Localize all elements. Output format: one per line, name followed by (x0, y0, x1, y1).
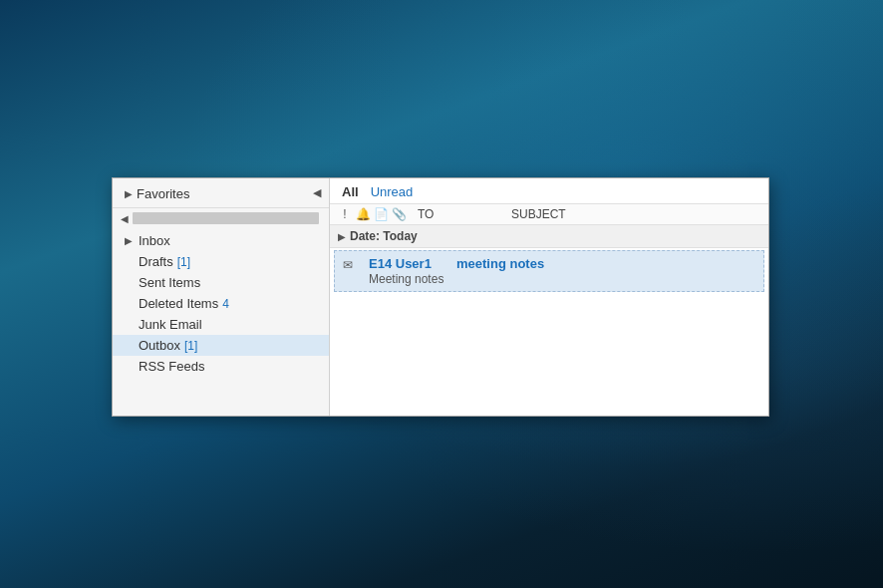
col-subject-header: SUBJECT (503, 207, 760, 221)
favorites-section[interactable]: ▶ Favorites (113, 178, 329, 207)
account-section[interactable]: ◀ (113, 207, 329, 228)
attachment-icon: 📄 (374, 207, 388, 221)
favorites-label: Favorites (137, 186, 189, 201)
date-group-arrow-icon: ▶ (338, 231, 346, 242)
nav-item-label: Inbox (139, 233, 170, 248)
column-headers: ! 🔔 📄 📎 TO SUBJECT (330, 204, 768, 225)
nav-list: ▶InboxDrafts [1]Sent ItemsDeleted Items … (113, 228, 329, 379)
sidebar-item-sent-items[interactable]: Sent Items (113, 272, 329, 293)
tab-all[interactable]: All (340, 184, 361, 199)
account-bar (133, 212, 319, 224)
collapse-button[interactable]: ◀ (309, 184, 325, 200)
sidebar-item-inbox[interactable]: ▶Inbox (113, 230, 329, 251)
favorites-arrow-icon: ▶ (125, 188, 133, 199)
col-to-header: TO (410, 207, 499, 221)
importance-icon: ! (338, 207, 352, 221)
email-preview: Meeting notes (369, 272, 755, 286)
nav-item-label: Outbox (139, 338, 180, 353)
flag-icon: 📎 (392, 207, 406, 221)
sidebar-item-deleted-items[interactable]: Deleted Items 4 (113, 293, 329, 314)
date-group-today[interactable]: ▶ Date: Today (330, 225, 768, 248)
email-subject: meeting notes (456, 256, 544, 271)
reminder-icon: 🔔 (356, 207, 370, 221)
nav-item-badge: [1] (177, 255, 190, 269)
email-list: ✉ E14 User1 meeting notes Meeting notes (330, 248, 768, 294)
sidebar-item-rss-feeds[interactable]: RSS Feeds (113, 356, 329, 377)
sidebar-item-drafts[interactable]: Drafts [1] (113, 251, 329, 272)
sidebar: ◀ ▶ Favorites ◀ ▶InboxDrafts [1]Sent Ite… (113, 178, 330, 416)
tab-bar: All Unread (330, 178, 768, 204)
nav-item-badge: 4 (222, 297, 229, 311)
email-sender: E14 User1 (369, 256, 448, 271)
email-content: E14 User1 meeting notes Meeting notes (369, 256, 755, 286)
nav-item-label: Sent Items (139, 275, 200, 290)
nav-item-label: Junk Email (139, 317, 202, 332)
main-area: All Unread ! 🔔 📄 📎 TO SUBJECT ▶ Date: To… (330, 178, 768, 416)
nav-item-badge: [1] (184, 339, 197, 353)
email-row[interactable]: ✉ E14 User1 meeting notes Meeting notes (334, 250, 764, 292)
app-window: ◀ ▶ Favorites ◀ ▶InboxDrafts [1]Sent Ite… (112, 177, 769, 417)
sidebar-item-junk-email[interactable]: Junk Email (113, 314, 329, 335)
nav-item-label: RSS Feeds (139, 359, 204, 374)
email-icon: ✉ (343, 258, 363, 272)
date-group-label: Date: Today (350, 229, 418, 243)
sidebar-item-outbox[interactable]: Outbox [1] (113, 335, 329, 356)
expand-arrow-icon: ▶ (125, 235, 133, 246)
tab-unread[interactable]: Unread (369, 184, 416, 199)
account-arrow-icon: ◀ (121, 213, 129, 224)
nav-item-label: Deleted Items (139, 296, 218, 311)
nav-item-label: Drafts (139, 254, 173, 269)
